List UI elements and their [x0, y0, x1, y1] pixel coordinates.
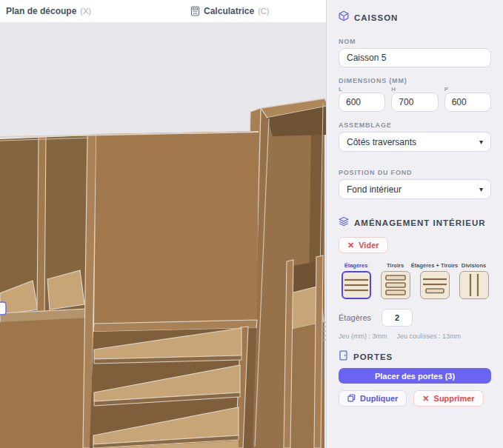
tiroirs-tile[interactable] — [381, 271, 410, 299]
jeu-coulisses-hint: Jeu coulisses : 13mm — [397, 332, 462, 340]
caisson-actions-row: Dupliquer ✕ Supprimer — [339, 390, 491, 407]
divisions-icon — [462, 274, 486, 296]
shelf-count-row: Étagères — [339, 309, 491, 327]
vider-label: Vider — [359, 241, 379, 250]
interior-layout-options: Étagères Tiroirs Étagères + Tiroirs — [339, 262, 491, 299]
tab-calculatrice[interactable]: Calculatrice (C) — [190, 6, 269, 16]
tab-plan-de-decoupe[interactable]: Plan de découpe (X) — [6, 6, 91, 16]
dim-l-input[interactable] — [339, 93, 385, 112]
tab-calc-label: Calculatrice — [204, 6, 254, 16]
x-icon: ✕ — [347, 241, 354, 250]
option-divisions[interactable]: Divisions — [456, 262, 491, 299]
cabinet-3d-render — [0, 22, 326, 448]
clearance-hints: Jeu (mm) : 3mm Jeu coulisses : 13mm — [339, 332, 491, 340]
amenagement-section-header: AMÉNAGEMENT INTÉRIEUR — [339, 216, 491, 230]
vider-button[interactable]: ✕ Vider — [339, 237, 388, 253]
chevron-down-icon: ▾ — [479, 185, 483, 193]
tab-plan-shortcut: (X) — [80, 7, 91, 16]
caisson-properties-panel: CAISSON NOM DIMENSIONS (MM) L H P ASSEMB… — [326, 0, 503, 448]
dim-p-input[interactable] — [444, 93, 491, 112]
x-icon: ✕ — [422, 394, 429, 404]
option-etageres-label: Étagères — [344, 262, 368, 269]
dupliquer-button[interactable]: Dupliquer — [339, 390, 407, 407]
option-divisions-label: Divisions — [462, 262, 486, 269]
dimensions-label: DIMENSIONS (MM) — [339, 77, 491, 84]
copy-icon — [347, 394, 356, 404]
dim-l-label: L — [339, 86, 385, 93]
nom-input[interactable] — [339, 48, 491, 67]
portes-title: PORTES — [353, 352, 393, 361]
option-etageres-tiroirs[interactable]: Étagères + Tiroirs — [417, 262, 452, 299]
fond-select[interactable]: Fond intérieur ▾ — [339, 179, 491, 199]
placer-portes-button[interactable]: Placer des portes (3) — [339, 368, 491, 384]
shelves-drawers-icon — [423, 274, 447, 296]
dimensions-row: L H P — [339, 86, 491, 112]
assemblage-label: ASSEMBLAGE — [339, 121, 491, 129]
tab-plan-label: Plan de découpe — [6, 6, 76, 16]
top-toolbar: Plan de découpe (X) Calculatrice (C) — [0, 0, 326, 22]
fond-value: Fond intérieur — [347, 184, 402, 195]
dupliquer-label: Dupliquer — [360, 394, 398, 403]
etageres-count-label: Étagères — [339, 313, 371, 322]
drawers-icon — [384, 274, 407, 296]
portes-section-header: PORTES — [339, 350, 491, 364]
option-etageres-tiroirs-label: Étagères + Tiroirs — [411, 262, 458, 269]
amenagement-title: AMÉNAGEMENT INTÉRIEUR — [354, 218, 486, 227]
supprimer-button[interactable]: ✕ Supprimer — [413, 390, 483, 407]
calculator-icon — [190, 6, 200, 16]
option-etageres[interactable]: Étagères — [339, 262, 373, 299]
door-icon — [339, 350, 348, 364]
option-tiroirs-label: Tiroirs — [387, 262, 404, 269]
etageres-tile[interactable] — [342, 271, 371, 299]
option-tiroirs[interactable]: Tiroirs — [378, 262, 413, 299]
assemblage-value: Côtés traversants — [347, 137, 416, 147]
cube-icon — [339, 10, 349, 24]
shelves-icon — [344, 274, 368, 296]
dim-h-label: H — [391, 86, 438, 93]
dim-h-input[interactable] — [391, 93, 438, 112]
dim-p-label: P — [444, 86, 491, 93]
chevron-down-icon: ▾ — [479, 138, 483, 146]
jeu-hint: Jeu (mm) : 3mm — [339, 332, 387, 340]
nom-label: NOM — [339, 38, 491, 45]
cabinet-3d-viewport[interactable] — [0, 22, 326, 448]
layers-icon — [339, 216, 349, 230]
supprimer-label: Supprimer — [434, 394, 475, 403]
etageres-count-input[interactable] — [382, 309, 413, 327]
caisson-section-header: CAISSON — [339, 10, 491, 24]
assemblage-select[interactable]: Côtés traversants ▾ — [339, 132, 491, 152]
fond-label: POSITION DU FOND — [339, 169, 491, 176]
etageres-tiroirs-tile[interactable] — [420, 271, 450, 299]
divisions-tile[interactable] — [459, 271, 489, 299]
caisson-title: CAISSON — [354, 13, 398, 22]
tab-calc-shortcut: (C) — [258, 7, 269, 16]
edge-selection-handle — [0, 302, 6, 315]
